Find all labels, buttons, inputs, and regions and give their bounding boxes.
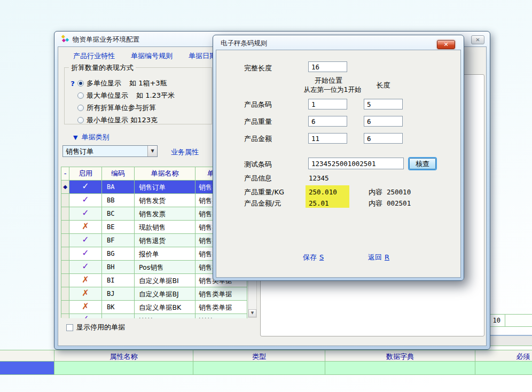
tab-bar: 产品行业特性 单据编号规则 单据日期 [73, 51, 216, 61]
row-marker [61, 247, 69, 261]
show-disabled-checkbox[interactable]: 显示停用的单据 [66, 323, 125, 332]
radio-option-all-units[interactable]: 所有折算单位参与折算 [68, 103, 156, 113]
radio-button[interactable] [77, 80, 84, 87]
window-close-button[interactable]: ✕ [471, 35, 484, 44]
bottom-table-header: 属性名称 类型 数据字典 必须 [0, 350, 532, 362]
groupbox-title: 折算数量的表现方式 [69, 63, 136, 73]
full-length-label: 完整长度 [244, 64, 272, 73]
check-icon: ✓ [69, 261, 102, 274]
cross-icon: ✗ [69, 221, 102, 234]
row-marker [61, 274, 69, 287]
tab-product-industry[interactable]: 产品行业特性 [73, 51, 115, 61]
length-header: 长度 [364, 81, 403, 90]
radio-button[interactable] [77, 105, 84, 111]
bg-selected-cell[interactable] [0, 362, 54, 374]
dialog-body: 完整长度 开始位置 从左第一位为1开始 长度 产品条码 产品重量 产品金额 测试… [216, 50, 461, 278]
table-row-clipped[interactable]: ✓ ····· ····· [61, 314, 248, 318]
bg-header-cell [0, 350, 54, 361]
doc-code: BE [102, 221, 135, 234]
dialog-close-button[interactable]: ✕ [437, 40, 455, 49]
help-icon[interactable]: ? [68, 80, 77, 88]
test-barcode-input[interactable] [308, 158, 404, 169]
doc-code: BA [102, 181, 135, 194]
product-barcode-start-input[interactable] [308, 99, 347, 109]
cross-icon: ✗ [69, 287, 102, 301]
product-weight-length-input[interactable] [364, 116, 403, 127]
full-length-input[interactable] [308, 61, 347, 72]
doc-name: Pos销售 [135, 261, 195, 274]
dropdown-arrow-icon[interactable]: ▼ [147, 146, 157, 156]
product-info-label: 产品信息 [244, 174, 272, 183]
verify-button[interactable]: 核查 [409, 158, 436, 169]
header-doc-name: 单据名称 [135, 167, 195, 181]
header-marker: - [61, 167, 69, 181]
checkbox-box[interactable] [66, 324, 73, 331]
doc-name: 自定义单据BJ [135, 287, 195, 301]
doc-code: BH [102, 261, 135, 274]
doc-type: 销售类单据 [195, 287, 247, 301]
selected-category: 销售订单 [63, 146, 147, 156]
check-icon: ✓ [69, 181, 102, 194]
desktop: 10 属性名称 类型 数据字典 必须 ◆ ◆ ◆ 物资单据业务环境配置 ✕ 产品… [0, 0, 532, 392]
save-link[interactable]: 保存S [303, 253, 324, 262]
amount-content: 内容002501 [369, 199, 411, 208]
barcode-dialog: 电子秤条码规则 ✕ 完整长度 开始位置 从左第一位为1开始 长度 产品条码 产品… [213, 35, 464, 281]
bottom-table-row[interactable] [0, 362, 532, 375]
window-title: 物资单据业务环境配置 [73, 35, 139, 44]
bg-header-required: 必须 [475, 350, 532, 361]
start-pos-header: 开始位置 [291, 76, 366, 85]
down-arrow-icon: ▼ [73, 134, 77, 141]
close-icon: ✕ [443, 41, 448, 48]
radio-option-max-unit[interactable]: 最大单位显示 如 1.23平米 [68, 91, 175, 100]
checkbox-label: 显示停用的单据 [76, 323, 125, 332]
tab-numbering-rules[interactable]: 单据编号规则 [131, 51, 173, 61]
dialog-title: 电子秤条码规则 [221, 39, 268, 48]
radio-button[interactable] [77, 117, 84, 123]
doc-name: 报价单 [135, 247, 195, 261]
doc-code: BC [102, 207, 135, 221]
test-barcode-label: 测试条码 [244, 160, 272, 169]
weight-content: 内容250010 [369, 187, 411, 197]
bg-header-attr-name: 属性名称 [54, 350, 193, 361]
cross-icon: ✗ [69, 274, 102, 287]
header-enabled: 启用 [69, 167, 102, 181]
doc-name: 现款销售 [135, 221, 195, 234]
row-marker [61, 261, 69, 274]
row-marker [61, 221, 69, 234]
doc-code: BG [102, 247, 135, 261]
row-marker [61, 301, 69, 314]
row-marker [61, 194, 69, 207]
radio-button[interactable] [77, 92, 84, 99]
product-weight-label: 产品重量 [244, 117, 272, 127]
business-attr-link[interactable]: 业务属性 [171, 147, 199, 157]
bg-header-dictionary: 数据字典 [325, 350, 475, 361]
back-link[interactable]: 返回R [368, 253, 389, 262]
product-barcode-label: 产品条码 [244, 100, 272, 109]
cross-icon: ✗ [69, 301, 102, 314]
doc-name: 销售发货 [135, 194, 195, 207]
table-row[interactable]: ✗BJ自定义单据BJ销售类单据 [61, 287, 248, 301]
product-amount-start-input[interactable] [308, 133, 347, 144]
radio-option-min-unit[interactable]: 最小单位显示 如123克 [68, 115, 158, 125]
bg-header-type: 类型 [193, 350, 325, 361]
check-icon: ✓ [69, 247, 102, 261]
doc-category-link[interactable]: ▼ 单据类别 [73, 132, 109, 142]
doc-name: 销售发票 [135, 207, 195, 221]
product-barcode-length-input[interactable] [364, 99, 403, 109]
product-amount-length-input[interactable] [364, 133, 403, 144]
scroll-down-button[interactable]: ▼ [248, 309, 256, 317]
check-icon: ✓ [69, 194, 102, 207]
row-marker [61, 287, 69, 301]
doc-code: BK [102, 301, 135, 314]
table-row[interactable]: ✗BK自定义单据BK销售类单据 [61, 301, 248, 314]
weight-result-value: 250.010 [309, 188, 337, 196]
check-icon: ✓ [69, 207, 102, 221]
doc-code: BF [102, 234, 135, 247]
doc-category-select[interactable]: 销售订单 ▼ [62, 145, 158, 157]
radio-option-multi-unit[interactable]: ? 多单位显示 如 1箱+3瓶 [68, 79, 167, 88]
close-icon: ✕ [475, 37, 480, 43]
header-code: 编码 [102, 167, 135, 181]
row-marker: ◆ [61, 181, 69, 194]
product-weight-start-input[interactable] [308, 116, 347, 127]
doc-type: 销售类单据 [195, 301, 247, 314]
